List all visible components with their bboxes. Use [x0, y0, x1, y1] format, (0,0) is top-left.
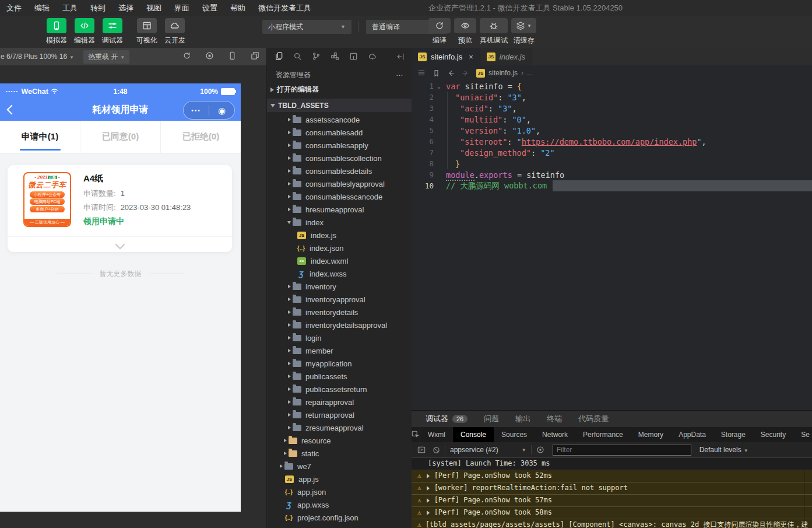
- more-actions-icon[interactable]: ⋯: [396, 71, 403, 79]
- tree-item-inventoryapproval[interactable]: inventoryapproval: [267, 293, 412, 306]
- panel-tab-调试器[interactable]: 调试器26: [426, 414, 467, 424]
- toggle-phone[interactable]: 模拟器: [45, 18, 68, 46]
- menu-item[interactable]: 界面: [168, 0, 196, 16]
- hot-reload-toggle[interactable]: 热重载 开▼: [83, 50, 129, 64]
- section-open-editors[interactable]: 打开的编辑器: [267, 83, 412, 96]
- tree-item-index.json[interactable]: {..}index.json: [267, 242, 412, 254]
- menu-item[interactable]: 设置: [196, 0, 224, 16]
- tree-item-zresumeapproval[interactable]: zresumeapproval: [267, 421, 412, 434]
- tree-item-returnapproval[interactable]: returnapproval: [267, 408, 412, 421]
- nav-forward-icon[interactable]: [462, 69, 469, 77]
- menu-item[interactable]: 文件: [0, 0, 28, 16]
- log-levels-select[interactable]: Default levels▼: [699, 446, 748, 454]
- devtools-tab-Security[interactable]: Security: [753, 427, 793, 442]
- branch-icon[interactable]: [312, 52, 321, 63]
- panel-tab-问题[interactable]: 问题: [484, 414, 499, 424]
- section-project-root[interactable]: TBLD_ASSETS: [267, 99, 412, 112]
- menu-item[interactable]: 选择: [112, 0, 140, 16]
- toggle-sliders[interactable]: 调试器: [101, 18, 124, 46]
- editor-tab-index.js[interactable]: JSindex.js: [480, 48, 532, 65]
- tree-item-consumablesscancode[interactable]: consumablesscancode: [267, 190, 412, 203]
- tree-item-repairapproval[interactable]: repairapproval: [267, 396, 412, 408]
- tab-申请中(1)[interactable]: 申请中(1): [0, 121, 80, 153]
- devtools-tab-Storage[interactable]: Storage: [713, 427, 753, 442]
- tree-item-we7[interactable]: we7: [267, 460, 412, 473]
- inspect-element-icon[interactable]: [412, 427, 420, 442]
- devtools-tab-AppData[interactable]: AppData: [671, 427, 713, 442]
- tree-item-index.wxml[interactable]: <>index.wxml: [267, 254, 412, 267]
- close-icon[interactable]: ×: [469, 53, 473, 61]
- menu-item[interactable]: 微信开发者工具: [252, 0, 318, 16]
- tab-已同意(0)[interactable]: 已同意(0): [80, 121, 160, 153]
- console-message[interactable]: ⚠[Perf] Page.onShow took 58ms: [412, 507, 812, 519]
- rotate-icon[interactable]: [182, 51, 191, 62]
- tree-item-consumablesadd[interactable]: consumablesadd: [267, 126, 412, 139]
- tree-item-member[interactable]: member: [267, 344, 412, 357]
- tab-已拒绝(0)[interactable]: 已拒绝(0): [160, 121, 241, 153]
- devtools-tab-Se[interactable]: Se: [793, 427, 812, 442]
- expand-arrow-icon[interactable]: [427, 474, 430, 478]
- eye-watch-icon[interactable]: [536, 446, 544, 454]
- tree-item-hresumeapproval[interactable]: hresumeapproval: [267, 203, 412, 216]
- tree-item-consumablescollection[interactable]: consumablescollection: [267, 152, 412, 165]
- menu-item[interactable]: 编辑: [28, 0, 56, 16]
- capsule-menu[interactable]: ••• ◉: [183, 101, 235, 120]
- console-message[interactable]: ⚠[Perf] Page.onShow took 52ms: [412, 470, 812, 482]
- menu-item[interactable]: 帮助: [224, 0, 252, 16]
- tree-item-app.wxss[interactable]: Ʒapp.wxss: [267, 498, 412, 511]
- toggle-cloud[interactable]: 云开发: [164, 18, 186, 46]
- expand-arrow-icon[interactable]: [427, 486, 430, 491]
- mode-select[interactable]: 小程序模式▼: [262, 20, 351, 34]
- menu-item[interactable]: 转到: [84, 0, 112, 16]
- record-icon[interactable]: [205, 51, 214, 62]
- clear-console-icon[interactable]: [433, 446, 440, 454]
- show-sidebar-icon[interactable]: [417, 446, 426, 454]
- fold-chevron-icon[interactable]: ⌄: [437, 83, 446, 89]
- more-icon[interactable]: •••: [184, 107, 209, 114]
- bookmark-icon[interactable]: [433, 69, 440, 77]
- tree-item-static[interactable]: static: [267, 447, 412, 460]
- blocks-icon[interactable]: [331, 52, 339, 63]
- cloud2-icon[interactable]: [368, 52, 377, 63]
- devtools-tab-Console[interactable]: Console: [453, 427, 494, 442]
- files-icon[interactable]: [275, 52, 283, 63]
- collapse-icon[interactable]: [396, 53, 405, 63]
- devtools-tab-Network[interactable]: Network: [535, 427, 575, 442]
- expand-arrow-icon[interactable]: [427, 498, 430, 503]
- device-icon[interactable]: [228, 51, 237, 62]
- tree-item-consumablesapply[interactable]: consumablesapply: [267, 139, 412, 152]
- devtools-tab-Sources[interactable]: Sources: [494, 427, 535, 442]
- editor-tab-siteinfo.js[interactable]: JSsiteinfo.js×: [412, 48, 480, 65]
- tree-item-inventory[interactable]: inventory: [267, 280, 412, 293]
- minimize-target-icon[interactable]: ◉: [209, 106, 234, 115]
- tree-item-resource[interactable]: resource: [267, 434, 412, 447]
- tree-item-inventorydetails[interactable]: inventorydetails: [267, 306, 412, 319]
- panel-tab-输出[interactable]: 输出: [515, 414, 530, 424]
- toggle-code[interactable]: 编辑器: [73, 18, 96, 46]
- devtools-tab-Wxml[interactable]: Wxml: [420, 427, 453, 442]
- expand-chevron-icon[interactable]: [115, 240, 125, 250]
- filter-input[interactable]: [553, 445, 691, 456]
- tree-item-myapplication[interactable]: myapplication: [267, 357, 412, 370]
- tree-item-publicassetsreturn[interactable]: publicassetsreturn: [267, 383, 412, 396]
- breadcrumb[interactable]: JS siteinfo.js › ...: [476, 69, 533, 78]
- windows-icon[interactable]: [251, 51, 259, 62]
- tree-item-consumablesdetails[interactable]: consumablesdetails: [267, 165, 412, 177]
- panel-tab-终端[interactable]: 终端: [547, 414, 562, 424]
- request-card[interactable]: - 2021正版 - 微云二手车 小程序+公众号 电脑网站PC端 多商户+分销 …: [8, 165, 232, 252]
- npm-icon[interactable]: [349, 52, 358, 63]
- tree-item-app.json[interactable]: {..}app.json: [267, 485, 412, 498]
- nav-back-icon[interactable]: [447, 69, 455, 77]
- outline-list-icon[interactable]: [417, 69, 426, 77]
- action-layers[interactable]: ▼清缓存: [511, 18, 536, 46]
- devtools-tab-Performance[interactable]: Performance: [575, 427, 631, 442]
- device-select[interactable]: e 6/7/8 Plus 100% 16▼: [1, 53, 74, 61]
- action-eye[interactable]: 预览: [454, 18, 476, 46]
- toggle-grid[interactable]: 可视化: [136, 18, 158, 46]
- context-select[interactable]: appservice (#2)▼: [450, 446, 526, 454]
- tree-item-index.js[interactable]: JSindex.js: [267, 229, 412, 242]
- tree-item-app.js[interactable]: JSapp.js: [267, 473, 412, 485]
- tree-item-login[interactable]: login: [267, 331, 412, 344]
- tree-item-partial[interactable]: {..}: [267, 524, 412, 528]
- tree-item-assetsscancode[interactable]: assetsscancode: [267, 113, 412, 126]
